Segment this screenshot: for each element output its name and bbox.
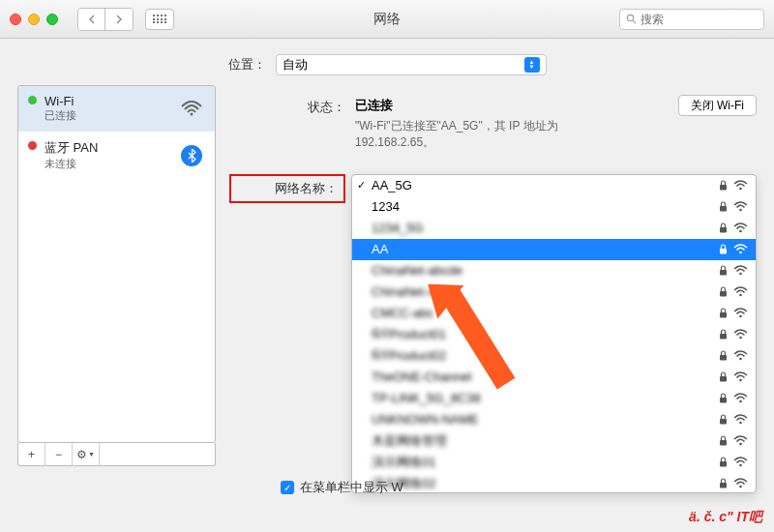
lock-icon [719, 457, 728, 467]
search-field[interactable] [619, 9, 764, 30]
network-option[interactable]: ChinaNet-xTzz [352, 281, 756, 303]
network-option[interactable]: 1234 [352, 196, 756, 218]
show-in-menubar-row: ✓ 在菜单栏中显示 W [281, 479, 403, 496]
menubar-label: 在菜单栏中显示 W [300, 479, 403, 496]
network-name: ÑÝProduct02 [372, 348, 719, 363]
lock-icon [719, 350, 728, 361]
interface-item-bluetooth[interactable]: 蓝牙 PAN 未连接 [18, 132, 215, 180]
network-option[interactable]: AA [352, 239, 756, 260]
action-menu-button[interactable]: ⚙▼ [73, 443, 100, 465]
network-option[interactable]: ÑÝProduct01 [352, 324, 756, 345]
lock-icon [719, 244, 728, 254]
wifi-signal-icon [733, 222, 748, 233]
svg-point-12 [739, 273, 742, 276]
network-name-label: 网络名称： [229, 174, 345, 203]
wifi-signal-icon [733, 350, 748, 361]
network-name: 演示网络01 [372, 454, 719, 471]
zoom-button[interactable] [46, 14, 58, 25]
lock-icon [719, 393, 728, 403]
window-controls [10, 14, 58, 25]
wifi-signal-icon [733, 457, 748, 467]
lock-icon [719, 371, 728, 382]
wifi-signal-icon [733, 201, 748, 212]
status-label: 状态： [229, 97, 345, 151]
network-option[interactable]: UNKNOWN-NAME [352, 409, 756, 430]
network-option[interactable]: TheONE-Channel [352, 367, 756, 388]
svg-point-30 [739, 464, 742, 467]
svg-point-24 [739, 400, 742, 403]
remove-interface-button[interactable]: − [45, 443, 73, 465]
select-arrows-icon: ▲▼ [524, 57, 540, 73]
network-option[interactable]: ÑÝProduct02 [352, 345, 756, 367]
svg-rect-11 [720, 270, 727, 276]
network-option[interactable]: 1234_5G [352, 218, 756, 239]
network-name: AA [372, 242, 719, 256]
titlebar: 网络 [0, 0, 774, 39]
back-button[interactable] [78, 9, 105, 30]
show-all-button[interactable] [145, 9, 174, 30]
search-icon [626, 14, 637, 24]
gear-icon: ⚙ [76, 448, 87, 461]
details-panel: 状态： 已连接 "Wi-Fi"已连接至"AA_5G"，其 IP 地址为 192.… [229, 85, 757, 493]
svg-rect-23 [720, 398, 727, 403]
lock-icon [719, 180, 728, 191]
network-option[interactable]: TP-LINK_5G_8C38 [352, 388, 756, 409]
network-dropdown[interactable]: ✓AA_5G12341234_5GAAChinaNet-abcdeChinaNe… [351, 174, 757, 493]
svg-rect-5 [720, 206, 727, 212]
svg-point-32 [739, 486, 742, 488]
wifi-signal-icon [733, 265, 748, 276]
lock-icon [719, 329, 728, 340]
forward-button[interactable] [105, 9, 133, 30]
lock-icon [719, 265, 728, 276]
network-name: 演示网络02 [372, 475, 719, 492]
network-option[interactable]: ✓AA_5G [352, 175, 756, 196]
location-select[interactable]: 自动 ▲▼ [276, 54, 547, 75]
wifi-signal-icon [733, 244, 748, 254]
svg-point-6 [739, 209, 742, 212]
network-option[interactable]: 演示网络02 [352, 473, 756, 493]
svg-rect-27 [720, 440, 727, 446]
network-option[interactable]: 木星网络管理 [352, 430, 756, 452]
interface-item-wifi[interactable]: Wi-Fi 已连接 [18, 86, 215, 132]
svg-rect-3 [720, 185, 727, 191]
interface-name: Wi-Fi [45, 94, 170, 108]
svg-line-1 [633, 20, 636, 23]
interface-status: 已连接 [45, 108, 170, 123]
lock-icon [719, 308, 728, 318]
svg-point-22 [739, 379, 742, 382]
close-button[interactable] [10, 14, 21, 25]
checkmark-icon: ✓ [357, 179, 366, 192]
network-option[interactable]: CMCC-abc [352, 303, 756, 324]
svg-point-26 [739, 422, 742, 425]
search-input[interactable] [640, 13, 774, 26]
svg-rect-17 [720, 334, 727, 340]
network-name: 1234_5G [372, 221, 719, 235]
network-name: AA_5G [372, 178, 719, 192]
svg-point-4 [739, 188, 742, 191]
svg-point-2 [191, 113, 194, 116]
interface-status: 未连接 [45, 157, 170, 171]
network-name: TP-LINK_5G_8C38 [372, 391, 719, 405]
wifi-signal-icon [733, 329, 748, 340]
network-name: CMCC-abc [372, 306, 719, 320]
add-interface-button[interactable]: + [18, 443, 45, 465]
interface-list: Wi-Fi 已连接 蓝牙 PAN 未连接 [17, 85, 216, 443]
wifi-signal-icon [733, 393, 748, 403]
svg-rect-9 [720, 249, 727, 254]
network-option[interactable]: ChinaNet-abcde [352, 260, 756, 281]
turn-off-wifi-button[interactable]: 关闭 Wi-Fi [678, 95, 757, 116]
svg-point-16 [739, 315, 742, 318]
wifi-signal-icon [733, 414, 748, 425]
nav-back-forward [77, 8, 134, 31]
sidebar: Wi-Fi 已连接 蓝牙 PAN 未连接 [17, 85, 216, 493]
minimize-button[interactable] [28, 14, 40, 25]
interface-list-footer: + − ⚙▼ [17, 443, 216, 466]
lock-icon [719, 222, 728, 233]
menubar-checkbox[interactable]: ✓ [281, 481, 294, 494]
network-name: ChinaNet-abcde [372, 263, 719, 278]
lock-icon [719, 435, 728, 446]
network-option[interactable]: 演示网络01 [352, 452, 756, 473]
status-dot-connected [28, 96, 37, 104]
wifi-signal-icon [733, 435, 748, 446]
svg-point-0 [627, 15, 633, 20]
